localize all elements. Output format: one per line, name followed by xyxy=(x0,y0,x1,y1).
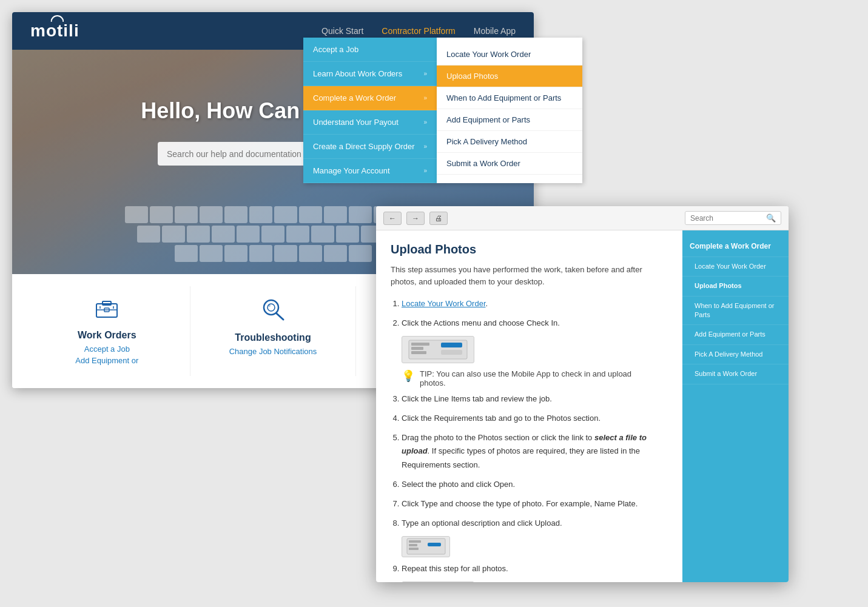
dropdown-secondary-when-add[interactable]: When to Add Equipment or Parts xyxy=(437,87,582,109)
nav-mobile-app[interactable]: Mobile App xyxy=(474,26,516,36)
card-work-orders-link-2[interactable]: Add Equipment or xyxy=(33,356,181,365)
tip-text: TIP: You can also use the Mobile App to … xyxy=(420,369,657,387)
card-work-orders: Work Orders Accept a Job Add Equipment o… xyxy=(24,286,190,376)
svg-rect-0 xyxy=(96,304,117,317)
help-step-8: Type an optional description and click U… xyxy=(402,517,668,530)
sidebar-nav-delivery[interactable]: Pick A Delivery Method xyxy=(682,345,789,364)
toolbar-search-input[interactable] xyxy=(690,214,763,223)
dropdown-arrow-supply: » xyxy=(423,143,427,150)
toolbar-print-button[interactable]: 🖨 xyxy=(429,212,448,225)
nav-links: Quick Start Contractor Platform Mobile A… xyxy=(321,26,516,36)
help-article-sidebar: Complete a Work Order Locate Your Work O… xyxy=(682,230,789,582)
toolbar-forward-button[interactable]: → xyxy=(406,212,425,225)
dropdown-primary: Accept a Job Learn About Work Orders » C… xyxy=(303,38,437,183)
dropdown-item-learn-work-orders[interactable]: Learn About Work Orders » xyxy=(303,62,437,86)
help-step-4: Click the Requirements tab and go to the… xyxy=(402,412,668,425)
sidebar-nav-when-add[interactable]: When to Add Equipment or Parts xyxy=(682,297,789,326)
toolbar-back-button[interactable]: ← xyxy=(383,212,402,225)
dropdown-item-understand-payout[interactable]: Understand Your Payout » xyxy=(303,110,437,135)
help-steps-list-2: Click the Line Items tab and review the … xyxy=(391,392,668,530)
help-step-5: Drag the photo to the Photos section or … xyxy=(402,431,668,471)
dropdown-secondary-upload[interactable]: Upload Photos xyxy=(437,65,582,87)
card-troubleshooting: Troubleshooting Change Job Notifications xyxy=(190,286,357,376)
dropdown-item-manage-account[interactable]: Manage Your Account » xyxy=(303,159,437,183)
dropdown-arrow-learn: » xyxy=(423,70,427,77)
nav-quick-start[interactable]: Quick Start xyxy=(321,26,363,36)
svg-rect-24 xyxy=(428,543,441,546)
svg-rect-22 xyxy=(409,544,417,546)
card-troubleshooting-link-1[interactable]: Change Job Notifications xyxy=(200,347,347,356)
help-step-9: Repeat this step for all photos. xyxy=(402,562,668,575)
help-steps-list-3: Repeat this step for all photos. xyxy=(391,562,668,575)
svg-rect-23 xyxy=(409,548,419,550)
dropdown-secondary-delivery[interactable]: Pick A Delivery Method xyxy=(437,131,582,153)
logo-text: motili xyxy=(30,21,79,41)
help-step-5-bold: select a file to upload xyxy=(402,433,647,455)
svg-rect-19 xyxy=(441,350,462,355)
dropdown-secondary-add-equipment[interactable]: Add Equipment or Parts xyxy=(437,109,582,131)
dropdown-item-direct-supply[interactable]: Create a Direct Supply Order » xyxy=(303,135,437,159)
help-steps-list: Locate Your Work Order. Click the Action… xyxy=(391,297,668,330)
dropdown-arrow-complete: » xyxy=(423,95,427,101)
help-article-title: Upload Photos xyxy=(391,243,668,257)
dropdown-secondary: Locate Your Work Order Upload Photos Whe… xyxy=(437,38,582,183)
svg-point-9 xyxy=(268,304,271,307)
svg-rect-18 xyxy=(441,343,462,347)
help-article-body: Upload Photos This step assumes you have… xyxy=(376,230,789,582)
card-work-orders-title: Work Orders xyxy=(33,330,181,341)
sidebar-nav-submit[interactable]: Submit a Work Order xyxy=(682,364,789,384)
help-article-popup: ← → 🖨 🔍 Upload Photos This step assumes … xyxy=(376,206,789,582)
toolbar-search-icon[interactable]: 🔍 xyxy=(766,213,776,223)
svg-point-6 xyxy=(264,300,278,315)
dropdown-item-complete-work-order[interactable]: Complete a Work Order » xyxy=(303,86,437,110)
toolbar-search-box[interactable]: 🔍 xyxy=(685,211,781,225)
svg-rect-15 xyxy=(411,343,429,346)
help-screenshot-repeat xyxy=(402,582,474,582)
help-step-7: Click Type and choose the type of photo.… xyxy=(402,497,668,511)
svg-rect-21 xyxy=(409,540,421,543)
work-orders-icon xyxy=(33,295,181,325)
svg-line-7 xyxy=(277,314,283,320)
troubleshooting-icon xyxy=(200,295,347,327)
dropdown-secondary-submit[interactable]: Submit a Work Order xyxy=(437,153,582,175)
help-step-2: Click the Actions menu and choose Check … xyxy=(402,317,668,330)
tip-icon: 💡 xyxy=(402,369,415,383)
help-step-3: Click the Line Items tab and review the … xyxy=(402,392,668,406)
help-screenshot-upload xyxy=(402,536,450,557)
dropdown-secondary-locate[interactable]: Locate Your Work Order xyxy=(437,44,582,65)
tip-box: 💡 TIP: You can also use the Mobile App t… xyxy=(402,369,657,387)
sidebar-nav-add-equip[interactable]: Add Equipment or Parts xyxy=(682,325,789,344)
sidebar-nav-complete-work-order[interactable]: Complete a Work Order xyxy=(682,236,789,257)
dropdown-arrow-payout: » xyxy=(423,119,427,126)
sidebar-nav-locate[interactable]: Locate Your Work Order xyxy=(682,257,789,277)
help-step-1: Locate Your Work Order. xyxy=(402,297,668,310)
dropdown-menu: Accept a Job Learn About Work Orders » C… xyxy=(303,38,582,183)
card-troubleshooting-title: Troubleshooting xyxy=(200,332,347,343)
dropdown-arrow-manage: » xyxy=(423,167,427,174)
sidebar-nav-upload[interactable]: Upload Photos xyxy=(682,277,789,296)
help-screenshot-checkin xyxy=(402,336,474,363)
help-article-main: Upload Photos This step assumes you have… xyxy=(376,230,682,582)
help-step-6: Select the photo and click Open. xyxy=(402,478,668,491)
help-step-1-link[interactable]: Locate Your Work Order xyxy=(402,299,486,308)
svg-rect-16 xyxy=(411,347,423,350)
card-work-orders-link-1[interactable]: Accept a Job xyxy=(33,344,181,354)
dropdown-item-accept-job[interactable]: Accept a Job xyxy=(303,38,437,62)
nav-logo: motili xyxy=(30,21,321,41)
help-article-intro: This step assumes you have performed the… xyxy=(391,264,668,287)
nav-contractor-platform[interactable]: Contractor Platform xyxy=(382,26,455,36)
svg-rect-17 xyxy=(411,351,426,354)
help-article-toolbar: ← → 🖨 🔍 xyxy=(376,206,789,230)
